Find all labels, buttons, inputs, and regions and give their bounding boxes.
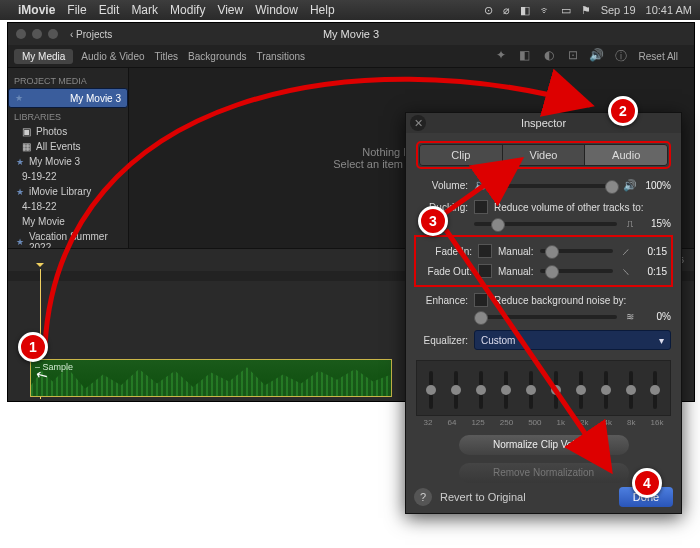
sidebar-project[interactable]: ★My Movie 3 (8, 88, 128, 108)
sidebar-item[interactable]: ★iMovie Library (8, 184, 128, 199)
crop-icon[interactable]: ⊡ (565, 48, 581, 64)
ducking-checkbox[interactable] (474, 200, 488, 214)
sidebar-item[interactable]: ▦All Events (8, 139, 128, 154)
ducking-slider[interactable] (474, 222, 617, 226)
menu-edit[interactable]: Edit (99, 3, 120, 17)
chevron-down-icon: ▾ (659, 335, 664, 346)
volume-value: 100% (643, 180, 671, 191)
sidebar-item[interactable]: My Movie (8, 214, 128, 229)
tab-my-media[interactable]: My Media (14, 49, 73, 64)
window-titlebar: ‹ Projects My Movie 3 (8, 23, 694, 45)
fade-out-checkbox[interactable] (478, 264, 492, 278)
status-icon: ◧ (520, 4, 530, 17)
menu-time: 10:41 AM (646, 4, 692, 16)
close-icon[interactable] (16, 29, 26, 39)
macos-menubar: iMovie File Edit Mark Modify View Window… (0, 0, 700, 20)
menu-modify[interactable]: Modify (170, 3, 205, 17)
sidebar-item[interactable]: ★My Movie 3 (8, 154, 128, 169)
ducking-row: Ducking: Reduce volume of other tracks t… (406, 196, 681, 218)
fade-in-manual: Manual: (498, 246, 534, 257)
speaker-icon[interactable]: 🔊 (589, 48, 605, 64)
zoom-icon[interactable] (48, 29, 58, 39)
enhance-checkbox[interactable] (474, 293, 488, 307)
grid-icon: ▦ (22, 141, 31, 152)
eq-label: Equalizer: (416, 335, 468, 346)
sidebar-header: PROJECT MEDIA (14, 76, 122, 86)
fade-in-checkbox[interactable] (478, 244, 492, 258)
fade-in-label: Fade In: (420, 246, 472, 257)
reset-all[interactable]: Reset All (639, 51, 678, 62)
minimize-icon[interactable] (32, 29, 42, 39)
back-button[interactable]: ‹ Projects (70, 29, 112, 40)
menu-mark[interactable]: Mark (131, 3, 158, 17)
duck-curve-icon: ⎍ (623, 218, 637, 229)
wand-icon[interactable]: ✦ (493, 48, 509, 64)
photos-icon: ▣ (22, 126, 31, 137)
color-icon[interactable]: ◐ (541, 48, 557, 64)
menu-file[interactable]: File (67, 3, 86, 17)
tab-titles[interactable]: Titles (155, 51, 179, 62)
sidebar-header: LIBRARIES (14, 112, 122, 122)
tab-clip[interactable]: Clip (420, 145, 503, 165)
fade-out-row: Fade Out: Manual: ⟍ 0:15 (418, 261, 669, 281)
fade-out-slider[interactable] (540, 269, 613, 273)
speaker-low-icon: 🔈 (474, 179, 488, 192)
fade-out-label: Fade Out: (420, 266, 472, 277)
fade-out-manual: Manual: (498, 266, 534, 277)
tab-audio[interactable]: Audio (585, 145, 667, 165)
annotation-box-fade: Fade In: Manual: ⟋ 0:15 Fade Out: Manual… (414, 235, 673, 287)
menu-view[interactable]: View (217, 3, 243, 17)
enhance-value: 0% (643, 311, 671, 322)
inspector-tabs: Clip Video Audio (419, 144, 668, 166)
volume-row: Volume: 🔈 🔊 100% (406, 175, 681, 196)
menu-app[interactable]: iMovie (18, 3, 55, 17)
menu-window[interactable]: Window (255, 3, 298, 17)
tab-audio-video[interactable]: Audio & Video (81, 51, 144, 62)
speaker-high-icon: 🔊 (623, 179, 637, 192)
normalize-button[interactable]: Normalize Clip Volume (459, 435, 629, 455)
noise-icon: ≋ (623, 311, 637, 322)
volume-slider[interactable] (494, 184, 617, 188)
waveform (31, 360, 391, 396)
tab-transitions[interactable]: Transitions (256, 51, 305, 62)
tab-video[interactable]: Video (503, 145, 586, 165)
revert-button[interactable]: Revert to Original (440, 491, 526, 503)
equalizer-bands[interactable] (416, 360, 671, 416)
back-label: Projects (76, 29, 112, 40)
fade-in-row: Fade In: Manual: ⟋ 0:15 (418, 241, 669, 261)
sidebar-label: My Movie 3 (70, 93, 121, 104)
fade-out-value: 0:15 (639, 266, 667, 277)
star-icon: ★ (16, 157, 24, 167)
audio-clip[interactable]: – Sample (30, 359, 392, 397)
fade-in-curve-icon: ⟋ (619, 246, 633, 257)
sidebar-item[interactable]: 9-19-22 (8, 169, 128, 184)
fade-in-slider[interactable] (540, 249, 613, 253)
fade-in-value: 0:15 (639, 246, 667, 257)
status-icon: ⊙ (484, 4, 493, 17)
tab-backgrounds[interactable]: Backgrounds (188, 51, 246, 62)
adjust-icon[interactable]: ◧ (517, 48, 533, 64)
eq-band-labels: 32641252505001k2k4k8k16k (406, 418, 681, 427)
battery-icon: ▭ (561, 4, 571, 17)
close-icon[interactable]: ✕ (410, 115, 426, 131)
annotation-box-tabs: Clip Video Audio (416, 141, 671, 169)
info-icon[interactable]: ⓘ (613, 48, 629, 64)
enhance-label: Enhance: (416, 295, 468, 306)
help-icon[interactable]: ? (414, 488, 432, 506)
remove-normalization-button: Remove Normalization (459, 463, 629, 483)
sidebar: PROJECT MEDIA ★My Movie 3 LIBRARIES ▣Pho… (8, 68, 129, 248)
wifi-icon: ᯤ (540, 4, 551, 16)
ducking-label: Ducking: (416, 202, 468, 213)
inspector-title: ✕ Inspector (406, 113, 681, 133)
fade-out-curve-icon: ⟍ (619, 266, 633, 277)
enhance-row: Enhance: Reduce background noise by: (406, 289, 681, 311)
status-icon: ⌀ (503, 4, 510, 17)
sidebar-item[interactable]: 4-18-22 (8, 199, 128, 214)
menu-help[interactable]: Help (310, 3, 335, 17)
inspector-panel: ✕ Inspector Clip Video Audio Volume: 🔈 🔊… (405, 112, 682, 514)
ducking-desc: Reduce volume of other tracks to: (494, 202, 671, 213)
enhance-slider[interactable] (474, 315, 617, 319)
eq-preset-select[interactable]: Custom▾ (474, 330, 671, 350)
sidebar-item[interactable]: ▣Photos (8, 124, 128, 139)
done-button[interactable]: Done (619, 487, 673, 507)
